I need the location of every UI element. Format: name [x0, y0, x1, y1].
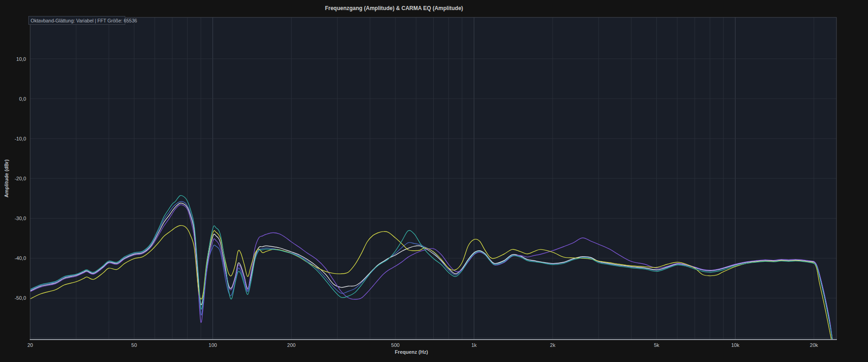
y-tick-label--40: -40,0 [15, 255, 26, 261]
y-tick-label--50: -50,0 [15, 295, 26, 301]
y-tick-label-0: 0,0 [19, 96, 26, 102]
y-tick-label-10: 10,0 [16, 56, 26, 62]
frequency-response-plot: 20501002005001k2k5k10k20k10,00,0-10,0-20… [0, 0, 868, 362]
x-tick-label-100: 100 [208, 342, 217, 348]
x-tick-label-200: 200 [287, 342, 295, 348]
x-tick-label-500: 500 [391, 342, 399, 348]
y-tick-label--30: -30,0 [15, 216, 26, 221]
x-tick-label-20: 20 [27, 342, 33, 348]
x-tick-label-5k: 5k [654, 342, 660, 348]
x-tick-label-50: 50 [131, 342, 137, 348]
x-axis-title: Frequenz (Hz) [395, 349, 428, 355]
smoothing-info-label: Oktavband-Glättung: Variabel | FFT Größe… [31, 18, 137, 23]
y-tick-label--20: -20,0 [15, 176, 26, 181]
smoothing-info-box: Oktavband-Glättung: Variabel | FFT Größe… [28, 16, 125, 25]
x-tick-label-20k: 20k [810, 342, 818, 348]
x-tick-label-1k: 1k [471, 342, 477, 348]
y-tick-label--10: -10,0 [15, 136, 26, 141]
carma-app-window: Frequenzgang (Amplitude) & CARMA EQ (Amp… [0, 0, 868, 362]
x-tick-label-10k: 10k [731, 342, 740, 348]
x-tick-label-2k: 2k [550, 342, 555, 348]
y-axis-title: Amplitude (dBr) [4, 159, 9, 197]
